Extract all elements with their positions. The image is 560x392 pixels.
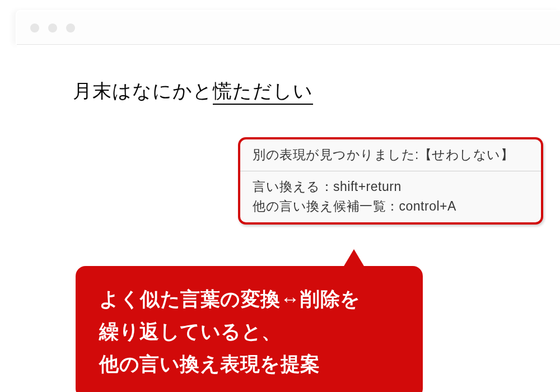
callout-line-2: 繰り返していると、 — [99, 315, 399, 348]
input-text-line[interactable]: 月末はなにかと慌ただしい — [73, 78, 313, 104]
callout-tail-icon — [340, 249, 368, 273]
zoom-icon[interactable] — [66, 24, 75, 32]
close-icon[interactable] — [30, 24, 39, 32]
callout-line-1: よく似た言葉の変換↔削除を — [99, 283, 399, 315]
minimize-icon[interactable] — [48, 24, 57, 32]
input-text-plain: 月末はなにかと — [73, 80, 213, 101]
list-shortcut-label: 他の言い換え候補一覧：control+A — [253, 197, 529, 217]
suggestion-found-label: 別の表現が見つかりました:【せわしない】 — [253, 147, 514, 162]
explainer-callout: よく似た言葉の変換↔削除を 繰り返していると、 他の言い換え表現を提案 — [76, 266, 423, 392]
suggestion-actions-row: 言い換える：shift+return 他の言い換え候補一覧：control+A — [240, 171, 541, 222]
editor-content: 月末はなにかと慌ただしい 別の表現が見つかりました:【せわしない】 言い換える：… — [17, 45, 560, 381]
app-window: 月末はなにかと慌ただしい 別の表現が見つかりました:【せわしない】 言い換える：… — [17, 11, 560, 381]
callout-body: よく似た言葉の変換↔削除を 繰り返していると、 他の言い換え表現を提案 — [76, 266, 423, 392]
replace-shortcut-label: 言い換える：shift+return — [253, 177, 529, 197]
suggestion-popup: 別の表現が見つかりました:【せわしない】 言い換える：shift+return … — [238, 137, 543, 225]
window-titlebar — [17, 11, 560, 45]
callout-line-3: 他の言い換え表現を提案 — [99, 348, 399, 380]
input-text-highlighted: 慌ただしい — [213, 80, 313, 105]
suggestion-found-row[interactable]: 別の表現が見つかりました:【せわしない】 — [240, 139, 541, 171]
